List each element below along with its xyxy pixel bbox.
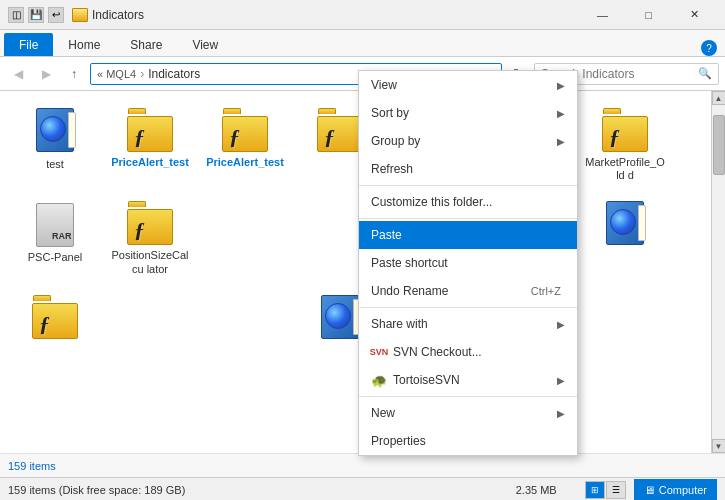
title-bar-icons: ◫ 💾 ↩ xyxy=(8,7,64,23)
ctx-customize-label: Customize this folder... xyxy=(371,195,565,209)
minimize-button[interactable]: — xyxy=(580,1,625,29)
ctx-svn-label: SVN Checkout... xyxy=(393,345,565,359)
ribbon: File Home Share View ? xyxy=(0,30,725,57)
list-item[interactable] xyxy=(580,194,670,282)
ctx-tortoise-arrow: ▶ xyxy=(557,375,565,386)
back-button[interactable]: ◀ xyxy=(6,62,30,86)
ctx-tortoise-icon: 🐢 xyxy=(371,372,387,388)
breadcrumb-separator: › xyxy=(140,67,144,81)
scroll-down-button[interactable]: ▼ xyxy=(712,439,726,453)
help-button[interactable]: ? xyxy=(701,40,717,56)
list-item[interactable]: ƒ PriceAlert_test xyxy=(105,101,195,189)
file-icon-book xyxy=(602,201,648,247)
ctx-separator-1 xyxy=(359,185,577,186)
maximize-button[interactable]: □ xyxy=(626,1,671,29)
context-menu: View ▶ Sort by ▶ Group by ▶ Refresh Cust… xyxy=(358,70,578,456)
tab-home[interactable]: Home xyxy=(53,33,115,56)
ctx-separator-2 xyxy=(359,218,577,219)
scroll-track xyxy=(712,105,726,439)
breadcrumb-mql4: « MQL4 xyxy=(97,68,136,80)
file-icon-script: ƒ xyxy=(316,108,364,152)
ctx-svn-icon: SVN xyxy=(371,344,387,360)
ctx-undo-shortcut: Ctrl+Z xyxy=(531,285,561,297)
ctx-new-arrow: ▶ xyxy=(557,408,565,419)
file-label: test xyxy=(46,158,64,171)
window-title: Indicators xyxy=(92,8,580,22)
ctx-new[interactable]: New ▶ xyxy=(359,399,577,427)
computer-label: Computer xyxy=(659,484,707,496)
disk-info: 159 items (Disk free space: 189 GB) xyxy=(8,484,508,496)
ctx-paste-label: Paste xyxy=(371,228,565,242)
ctx-paste-shortcut[interactable]: Paste shortcut xyxy=(359,249,577,277)
close-button[interactable]: ✕ xyxy=(672,1,717,29)
file-icon-archive: RAR xyxy=(32,201,78,247)
file-icon-book xyxy=(317,295,363,341)
view-icons-button[interactable]: ⊞ xyxy=(585,481,605,499)
search-icon: 🔍 xyxy=(698,67,712,80)
ctx-sort-by[interactable]: Sort by ▶ xyxy=(359,99,577,127)
ctx-group-label: Group by xyxy=(371,134,557,148)
computer-icon: 🖥 xyxy=(644,484,655,496)
file-label: PositionSizeCalcu lator xyxy=(110,249,190,275)
file-label: PriceAlert_test xyxy=(111,156,189,169)
file-icon-script: ƒ xyxy=(126,108,174,152)
folder-title-icon xyxy=(72,8,88,22)
list-item[interactable]: ƒ MarketProfile_Old d xyxy=(580,101,670,189)
ctx-share-label: Share with xyxy=(371,317,557,331)
file-icon-book xyxy=(32,108,78,154)
list-item[interactable]: test xyxy=(10,101,100,189)
file-label: MarketProfile_Old d xyxy=(585,156,665,182)
file-grid: test ƒ PriceAlert_test ƒ PriceAlert_test xyxy=(0,91,711,453)
ctx-tortoise-label: TortoiseSVN xyxy=(393,373,557,387)
info-bar: 159 items xyxy=(0,453,725,477)
ctx-undo-rename[interactable]: Undo Rename Ctrl+Z xyxy=(359,277,577,305)
ctx-view-label: View xyxy=(371,78,557,92)
list-item[interactable]: RAR PSC-Panel xyxy=(10,194,100,282)
ctx-paste[interactable]: Paste xyxy=(359,221,577,249)
ctx-undo-label: Undo Rename xyxy=(371,284,531,298)
ctx-refresh[interactable]: Refresh xyxy=(359,155,577,183)
ctx-new-label: New xyxy=(371,406,557,420)
view-toggle: ⊞ ☰ xyxy=(585,481,626,499)
file-label: PSC-Panel xyxy=(28,251,82,264)
up-button[interactable]: ↑ xyxy=(62,62,86,86)
window-controls: — □ ✕ xyxy=(580,1,717,29)
ctx-paste-shortcut-label: Paste shortcut xyxy=(371,256,565,270)
ctx-share-with[interactable]: Share with ▶ xyxy=(359,310,577,338)
title-bar: ◫ 💾 ↩ Indicators — □ ✕ xyxy=(0,0,725,30)
view-list-button[interactable]: ☰ xyxy=(606,481,626,499)
items-count: 159 items xyxy=(8,460,56,472)
ctx-view-arrow: ▶ xyxy=(557,80,565,91)
list-item[interactable]: ƒ PriceAlert_test xyxy=(200,101,290,189)
ctx-svn-checkout[interactable]: SVN SVN Checkout... xyxy=(359,338,577,366)
scroll-up-button[interactable]: ▲ xyxy=(712,91,726,105)
scrollbar: ▲ ▼ xyxy=(711,91,725,453)
undo-icon: ↩ xyxy=(48,7,64,23)
computer-status: 🖥 Computer xyxy=(634,479,717,501)
ctx-customize[interactable]: Customize this folder... xyxy=(359,188,577,216)
tab-share[interactable]: Share xyxy=(115,33,177,56)
ctx-share-arrow: ▶ xyxy=(557,319,565,330)
list-item[interactable]: ƒ PositionSizeCalcu lator xyxy=(105,194,195,282)
file-icon-script: ƒ xyxy=(601,108,649,152)
ctx-view[interactable]: View ▶ xyxy=(359,71,577,99)
tab-file[interactable]: File xyxy=(4,33,53,56)
file-icon-script: ƒ xyxy=(221,108,269,152)
save-icon: 💾 xyxy=(28,7,44,23)
ctx-properties[interactable]: Properties xyxy=(359,427,577,455)
ribbon-tabs: File Home Share View ? xyxy=(0,30,725,56)
scroll-thumb[interactable] xyxy=(713,115,725,175)
status-bar: 159 items (Disk free space: 189 GB) 2.35… xyxy=(0,477,725,500)
ctx-separator-4 xyxy=(359,396,577,397)
ctx-sort-label: Sort by xyxy=(371,106,557,120)
ctx-tortoise-svn[interactable]: 🐢 TortoiseSVN ▶ xyxy=(359,366,577,394)
tab-view[interactable]: View xyxy=(177,33,233,56)
list-item[interactable]: ƒ xyxy=(10,288,100,368)
ctx-sort-arrow: ▶ xyxy=(557,108,565,119)
file-size: 2.35 MB xyxy=(516,484,557,496)
forward-button[interactable]: ▶ xyxy=(34,62,58,86)
ctx-group-by[interactable]: Group by ▶ xyxy=(359,127,577,155)
ctx-separator-3 xyxy=(359,307,577,308)
ctx-properties-label: Properties xyxy=(371,434,565,448)
ctx-group-arrow: ▶ xyxy=(557,136,565,147)
